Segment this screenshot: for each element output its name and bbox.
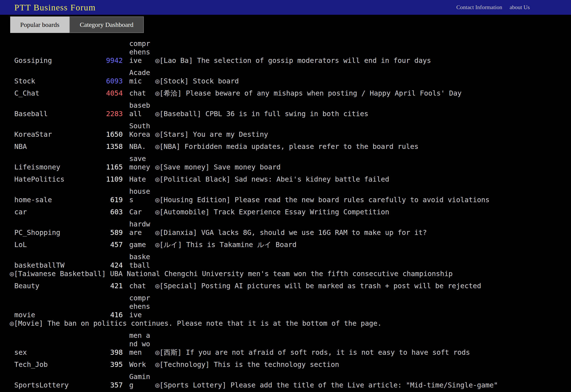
board-post-count: 6093 — [95, 77, 123, 85]
board-post-count: 4054 — [95, 89, 123, 98]
board-row: Stock6093Academic◎[Stock] Stock board — [10, 69, 520, 85]
board-row: Tech_Job395Work◎[Technology] This is the… — [10, 360, 520, 369]
board-name[interactable]: Lifeismoney — [14, 163, 95, 171]
tab-popular-boards[interactable]: Popular boards — [10, 16, 69, 33]
board-row: basketballTW424basketball◎[Taiwanese Bas… — [10, 253, 520, 278]
board-name[interactable]: basketballTW — [14, 261, 95, 270]
board-name[interactable]: Stock — [14, 77, 95, 85]
board-post-count: 424 — [95, 261, 123, 270]
board-post-count: 619 — [95, 196, 123, 204]
board-description: ◎[Sports Lottery] Please add the title o… — [155, 381, 498, 389]
board-category: NBA. — [129, 142, 151, 151]
board-description: ◎[NBA] Forbidden media updates, please r… — [155, 142, 419, 151]
board-category: baseball — [129, 101, 151, 118]
board-description: ◎[Political Black] Sad news: Abei's kidn… — [155, 175, 389, 183]
board-row: car603Car◎[Automobile] Track Experience … — [10, 208, 520, 216]
board-name[interactable]: C_Chat — [14, 89, 95, 98]
top-navigation: Contact Information about Us — [456, 4, 530, 11]
board-post-count: 1358 — [95, 142, 123, 151]
board-name[interactable]: HatePolitics — [14, 175, 95, 183]
board-category: South Korea — [129, 122, 151, 139]
board-row: sex398men and women◎[西斯] If you are not … — [10, 331, 520, 357]
board-description: ◎[Movie] The ban on politics continues. … — [10, 319, 382, 328]
board-description: ◎[西斯] If you are not afraid of soft rods… — [155, 348, 470, 357]
site-title: PTT Business Forum — [14, 2, 96, 13]
board-category: chat — [129, 89, 151, 98]
board-post-count: 421 — [95, 282, 123, 290]
board-row: home-sale619houses◎[Housing Edition] Ple… — [10, 187, 520, 204]
board-category: comprehensive — [129, 40, 151, 65]
tab-category-dashboard[interactable]: Category Dashboard — [69, 16, 144, 33]
board-category: chat — [129, 282, 151, 290]
board-name[interactable]: car — [14, 208, 95, 216]
board-post-count: 457 — [95, 240, 123, 249]
board-category: basketball — [129, 253, 151, 270]
board-row: KoreaStar1650South Korea◎[Stars] You are… — [10, 122, 520, 139]
board-category: houses — [129, 187, 151, 204]
board-description: ◎[Taiwanese Basketball] UBA National Che… — [10, 270, 453, 278]
board-row: Gossiping9942comprehensive◎[Lao Ba] The … — [10, 40, 520, 65]
nav-link-contact-information[interactable]: Contact Information — [456, 4, 502, 11]
board-post-count: 416 — [95, 311, 123, 319]
board-row: movie416comprehensive◎[Movie] The ban on… — [10, 294, 520, 328]
nav-link-about-us[interactable]: about Us — [510, 4, 530, 11]
board-post-count: 395 — [95, 360, 123, 369]
board-post-count: 1109 — [95, 175, 123, 183]
board-category: comprehensive — [129, 294, 151, 319]
board-description: ◎[Automobile] Track Experience Essay Wri… — [155, 208, 389, 216]
board-row: Beauty421chat◎[Special] Posting AI pictu… — [10, 282, 520, 290]
board-name[interactable]: movie — [14, 311, 95, 319]
board-description: ◎[Technology] This is the technology sec… — [155, 360, 339, 369]
board-post-count: 589 — [95, 228, 123, 237]
board-description: ◎[Special] Posting AI pictures will be m… — [155, 282, 481, 290]
board-category: Academic — [129, 69, 151, 85]
top-header-bar: PTT Business Forum Contact Information a… — [0, 0, 571, 15]
board-row: C_Chat4054chat◎[希洽] Please beware of any… — [10, 89, 520, 98]
board-post-count: 2283 — [95, 110, 123, 118]
board-post-count: 603 — [95, 208, 123, 216]
board-category: men and women — [129, 331, 151, 357]
board-description: ◎[ルイ] This is Takamine ルイ Board — [155, 240, 296, 249]
board-name[interactable]: home-sale — [14, 196, 95, 204]
board-row: NBA1358NBA.◎[NBA] Forbidden media update… — [10, 142, 520, 151]
board-description: ◎[Dianxia] VGA lacks 8G, should we use 1… — [155, 228, 427, 237]
board-name[interactable]: KoreaStar — [14, 130, 95, 139]
board-description: ◎[Baseball] CPBL 36 is in full swing in … — [155, 110, 368, 118]
board-name[interactable]: SportsLottery — [14, 381, 95, 389]
board-category: Gaming — [129, 373, 151, 389]
board-name[interactable]: sex — [14, 348, 95, 357]
board-description: ◎[Save money] Save money board — [155, 163, 281, 171]
tab-bar: Popular boards Category Dashboard — [10, 16, 571, 33]
board-name[interactable]: Baseball — [14, 110, 95, 118]
board-post-count: 9942 — [95, 56, 123, 65]
board-name[interactable]: NBA — [14, 142, 95, 151]
board-row: PC_Shopping589hardware◎[Dianxia] VGA lac… — [10, 220, 520, 237]
board-category: Car — [129, 208, 151, 216]
board-category: hardware — [129, 220, 151, 237]
board-name[interactable]: Gossiping — [14, 56, 95, 65]
board-category: game — [129, 240, 151, 249]
board-category: Work — [129, 360, 151, 369]
board-category: Hate — [129, 175, 151, 183]
board-description: ◎[希洽] Please beware of any mishaps when … — [155, 89, 462, 98]
board-name[interactable]: PC_Shopping — [14, 228, 95, 237]
board-name[interactable]: Tech_Job — [14, 360, 95, 369]
board-post-count: 398 — [95, 348, 123, 357]
board-post-count: 1650 — [95, 130, 123, 139]
board-description: ◎[Stars] You are my Destiny — [155, 130, 268, 139]
board-name[interactable]: Beauty — [14, 282, 95, 290]
board-row: Lifeismoney1165save money◎[Save money] S… — [10, 154, 520, 171]
board-post-count: 357 — [95, 381, 123, 389]
board-row: LoL457game◎[ルイ] This is Takamine ルイ Boar… — [10, 240, 520, 249]
board-post-count: 1165 — [95, 163, 123, 171]
board-name[interactable]: LoL — [14, 240, 95, 249]
board-description: ◎[Stock] Stock board — [155, 77, 239, 85]
popular-board-list: Gossiping9942comprehensive◎[Lao Ba] The … — [0, 33, 520, 389]
board-row: HatePolitics1109Hate◎[Political Black] S… — [10, 175, 520, 183]
board-description: ◎[Lao Ba] The selection of gossip modera… — [155, 56, 431, 65]
board-description: ◎[Housing Edition] Please read the new b… — [155, 196, 489, 204]
board-category: save money — [129, 154, 151, 171]
board-row: SportsLottery357Gaming◎[Sports Lottery] … — [10, 373, 520, 389]
board-row: Baseball2283baseball◎[Baseball] CPBL 36 … — [10, 101, 520, 118]
